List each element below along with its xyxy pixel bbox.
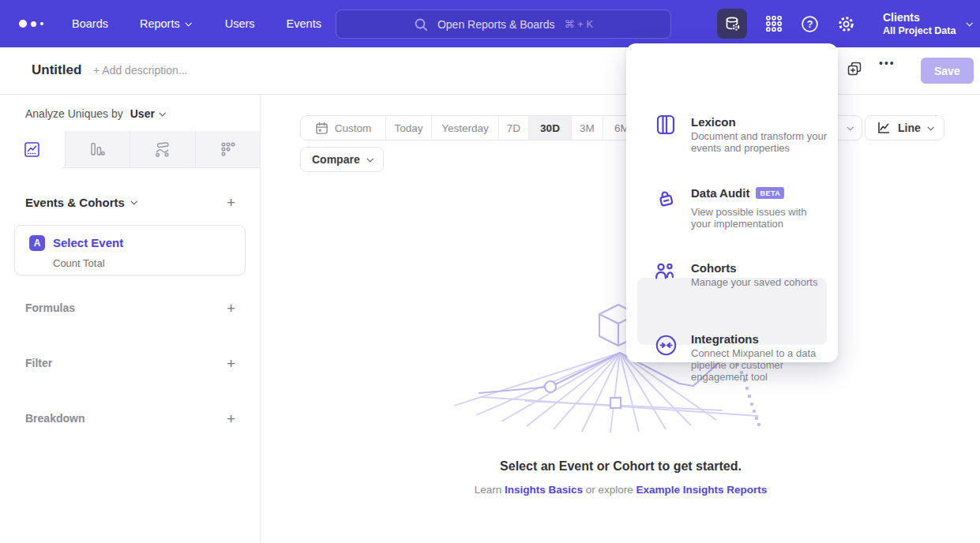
data-management-button[interactable] [717,9,747,39]
range-30d[interactable]: 30D [528,116,571,140]
search-shortcut: ⌘ + K [565,18,594,30]
settings-button[interactable] [837,15,855,33]
range-3m[interactable]: 3M [571,116,603,140]
tab-stacked-chart[interactable] [130,131,195,167]
search-input[interactable]: Open Reports & Boards ⌘ + K [336,9,671,39]
project-switcher[interactable]: Clients All Project Data [883,11,971,37]
formulas-section: Formulas + [25,294,235,321]
help-button[interactable]: ? [801,15,819,33]
select-event-card[interactable]: A Select Event Count Total [14,225,246,275]
range-more-button[interactable] [836,116,862,140]
range-today[interactable]: Today [385,116,431,140]
chevron-down-icon [847,124,853,130]
save-button[interactable]: Save [921,58,974,84]
beta-badge: BETA [756,187,784,199]
chevron-down-icon [927,124,933,130]
query-sidebar: Analyze Uniques by User [0,95,261,543]
nav-item-boards[interactable]: Boards [72,17,108,30]
data-management-menu: Lexicon Document and transform your even… [626,43,838,362]
empty-state-links: Learn Insights Basics or explore Example… [261,484,980,496]
menu-item-title: Lexicon [691,115,736,129]
menu-item-desc: Document and transform your events and p… [691,130,827,154]
chevron-down-icon [185,20,191,26]
range-yesterday[interactable]: Yesterday [431,116,498,140]
data-audit-icon [655,187,677,212]
integrations-icon [655,334,678,360]
more-options-button[interactable]: ••• [879,57,896,69]
cohorts-people-icon [655,261,675,285]
stacked-chart-icon [154,141,171,158]
line-chart-icon [877,121,891,135]
breakdown-header: Breakdown [25,412,84,425]
copy-plus-icon [847,61,862,77]
nav-item-reports[interactable]: Reports [140,17,190,30]
report-description-placeholder[interactable]: + Add description... [93,64,187,77]
events-cohorts-header[interactable]: Events & Cohorts [25,196,136,209]
tab-metrics-grid[interactable] [195,131,261,167]
range-custom[interactable]: Custom [301,116,385,140]
tab-line-chart[interactable] [0,131,65,168]
database-gear-icon [724,16,741,32]
line-chart-framed-icon [24,142,39,157]
analyze-prefix: Analyze Uniques by [25,107,123,120]
chart-type-tabs [0,131,260,168]
menu-item-title: Data Audit BETA [691,186,784,200]
top-nav: Boards Reports Users Events Open Reports… [0,0,980,47]
add-event-button[interactable]: + [227,195,235,210]
filter-header: Filter [25,357,52,369]
events-cohorts-section: Events & Cohorts + [25,189,235,215]
breakdown-section: Breakdown + [25,405,235,432]
bar-chart-icon [89,141,105,157]
empty-state-title: Select an Event or Cohort to get started… [261,459,980,474]
search-icon [414,17,428,32]
chart-type-button[interactable]: Line [865,115,944,140]
range-7d[interactable]: 7D [498,116,528,140]
analyze-value: User [130,107,155,120]
apps-grid-button[interactable] [765,15,783,32]
duplicate-report-button[interactable] [847,61,862,80]
add-breakdown-button[interactable]: + [227,411,235,426]
tab-bar-chart[interactable] [65,131,130,167]
add-filter-button[interactable]: + [227,356,235,371]
series-badge: A [29,235,45,251]
analyze-uniques-control[interactable]: Analyze Uniques by User [25,100,164,127]
filter-section: Filter + [25,350,235,376]
add-formula-button[interactable]: + [227,301,235,316]
menu-item-desc: Connect Mixpanel to a data pipeline or c… [691,347,827,383]
menu-item-title: Cohorts [691,261,737,275]
svg-text:?: ? [807,18,813,29]
compare-button[interactable]: Compare [300,147,384,172]
example-insights-reports-link[interactable]: Example Insights Reports [636,484,768,496]
chevron-down-icon [159,110,165,116]
apps-grid-icon [765,15,783,32]
lexicon-book-icon [655,114,677,139]
select-event-label: Select Event [53,236,123,249]
menu-item-title: Integrations [691,332,759,346]
project-name: All Project Data [883,24,956,37]
menu-item-desc: View possible issues with your implement… [691,206,827,230]
report-title[interactable]: Untitled [32,62,81,78]
count-total-label[interactable]: Count Total [53,257,105,269]
menu-item-desc: Manage your saved cohorts [691,276,827,288]
chevron-down-icon [130,198,137,204]
chevron-down-icon [967,20,973,26]
nav-item-users[interactable]: Users [225,17,255,30]
formulas-header: Formulas [25,301,75,314]
org-name: Clients [883,11,956,24]
search-placeholder: Open Reports & Boards [437,18,555,31]
dots-grid-icon [220,141,235,157]
help-icon: ? [801,15,819,33]
nav-item-events[interactable]: Events [287,17,321,30]
gear-icon [837,15,855,33]
mixpanel-logo [19,20,43,28]
chevron-down-icon [366,155,373,162]
calendar-icon [315,122,329,135]
insights-basics-link[interactable]: Insights Basics [505,484,583,496]
